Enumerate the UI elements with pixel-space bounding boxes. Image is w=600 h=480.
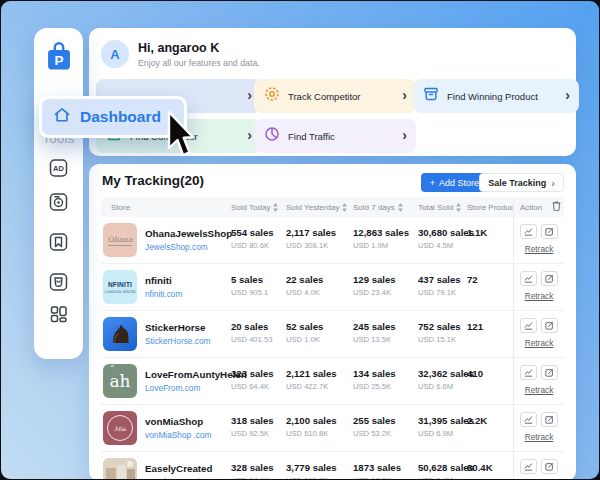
retrack-link[interactable]: Retrack <box>525 244 554 254</box>
chevron-right-icon: › <box>247 127 252 143</box>
store-domain-link[interactable]: EaselyCreated .com <box>145 477 220 479</box>
column-header-action: Action <box>513 197 564 217</box>
store-name: vonMiaShop <box>145 416 211 427</box>
table-row: Mia vonMiaShop vonMiaShop .com 318 sales… <box>101 405 564 452</box>
edit-button[interactable] <box>541 412 558 427</box>
product-scope-icon[interactable] <box>48 191 69 212</box>
column-header-sold-7-days[interactable]: Sold 7 days <box>353 203 418 212</box>
store-domain-link[interactable]: StickerHorse.com <box>145 336 210 346</box>
sort-icon[interactable] <box>398 203 403 212</box>
chevron-right-icon: › <box>565 87 570 103</box>
sort-icon[interactable] <box>456 203 461 212</box>
analytics-button[interactable] <box>520 459 537 474</box>
store-avatar: NFINITIcustom shirts <box>103 270 137 304</box>
dashboard-pill[interactable]: Dashboard <box>42 99 184 135</box>
table-row: Ohana OhanaJewelsShop JewelsShop.com 554… <box>101 217 564 264</box>
table-body: Ohana OhanaJewelsShop JewelsShop.com 554… <box>101 217 564 479</box>
store-name: nfiniti <box>145 275 182 286</box>
chevron-right-icon: › <box>402 87 407 103</box>
svg-text:P: P <box>54 53 63 68</box>
saved-book-icon[interactable] <box>48 231 69 252</box>
add-store-button[interactable]: + Add Store <box>421 173 488 192</box>
edit-button[interactable] <box>541 271 558 286</box>
table-row: StickerHorse StickerHorse.com 20 salesUS… <box>101 311 564 358</box>
analytics-button[interactable] <box>520 271 537 286</box>
store-products-count: 1.1K <box>467 217 513 263</box>
store-products-count: 80.4K <box>467 452 513 479</box>
greeting-subtitle: Enjoy all our features and data. <box>138 58 260 68</box>
store-avatar: Mia <box>103 411 137 445</box>
edit-button[interactable] <box>541 318 558 333</box>
retrack-link[interactable]: Retrack <box>525 385 554 395</box>
apps-grid-icon[interactable] <box>48 303 69 324</box>
table-row: ah LoveFromAuntyHelen LoveFrom.com 323 s… <box>101 358 564 405</box>
trash-icon[interactable] <box>552 201 561 213</box>
retrack-link[interactable]: Retrack <box>525 338 554 348</box>
store-products-count: 72 <box>467 264 513 310</box>
mouse-cursor <box>165 110 195 166</box>
sort-icon[interactable] <box>342 203 347 212</box>
feature-card-label: Find Traffic <box>288 131 335 142</box>
store-name: OhanaJewelsShop <box>145 228 232 239</box>
feature-card-label: Find Winning Product <box>447 91 538 102</box>
column-header-store[interactable]: Store <box>101 203 231 212</box>
table-row: EaselyCreated EaselyCreated .com 328 sal… <box>101 452 564 479</box>
sale-tracking-button[interactable]: Sale Tracking › <box>479 173 564 192</box>
app-logo-icon: P <box>45 41 73 76</box>
user-avatar[interactable]: A <box>101 40 129 68</box>
edit-button[interactable] <box>541 365 558 380</box>
store-domain-link[interactable]: vonMiaShop .com <box>145 430 211 440</box>
store-name: EaselyCreated <box>145 463 220 474</box>
store-products-count: 2.2K <box>467 405 513 451</box>
column-header-total-sold[interactable]: Total Sold <box>418 203 467 212</box>
home-icon <box>53 107 71 127</box>
store-avatar <box>103 458 137 479</box>
feature-card-find-winning-product[interactable]: Find Winning Product › <box>413 79 579 113</box>
store-name: StickerHorse <box>145 322 210 333</box>
store-products-count: 121 <box>467 311 513 357</box>
ad-tool-icon[interactable]: AD <box>48 157 69 178</box>
sidebar: P Tools AD <box>34 28 83 359</box>
edit-button[interactable] <box>541 459 558 474</box>
sort-icon[interactable] <box>273 203 278 212</box>
retrack-link[interactable]: Retrack <box>525 432 554 442</box>
store-domain-link[interactable]: JewelsShop.com <box>145 242 232 252</box>
chevron-right-icon: › <box>247 87 252 103</box>
analytics-button[interactable] <box>520 318 537 333</box>
analytics-button[interactable] <box>520 412 537 427</box>
store-domain-link[interactable]: nfiniti.com <box>145 289 182 299</box>
column-header-store-products[interactable]: Store Products <box>467 203 513 212</box>
store-products-count: 410 <box>467 358 513 404</box>
pie-chart-icon <box>264 126 280 146</box>
app-screen: P Tools AD Dashboard A Hi, angar <box>1 1 599 479</box>
table-header: Store Sold Today Sold Yesterday Sold 7 d… <box>101 197 564 217</box>
store-bag-icon[interactable] <box>48 271 69 292</box>
target-icon <box>264 86 280 106</box>
feature-card-label: Track Competitor <box>288 91 361 102</box>
chevron-right-icon: › <box>551 177 555 189</box>
tracking-title: My Tracking(20) <box>102 173 204 188</box>
store-avatar <box>103 317 137 351</box>
table-row: NFINITIcustom shirts nfiniti nfiniti.com… <box>101 264 564 311</box>
column-header-sold-today[interactable]: Sold Today <box>231 203 286 212</box>
store-avatar: ah <box>103 364 137 398</box>
plus-icon: + <box>430 178 435 188</box>
feature-card-find-traffic[interactable]: Find Traffic › <box>254 119 416 153</box>
dashboard-label: Dashboard <box>80 108 161 126</box>
greeting-text: Hi, angaroo K <box>138 41 219 55</box>
column-header-sold-yesterday[interactable]: Sold Yesterday <box>286 203 353 212</box>
my-tracking-panel: My Tracking(20) + Add Store Sale Trackin… <box>89 164 576 479</box>
svg-text:AD: AD <box>53 164 64 173</box>
edit-button[interactable] <box>541 224 558 239</box>
analytics-button[interactable] <box>520 224 537 239</box>
product-box-icon <box>423 86 439 106</box>
retrack-link[interactable]: Retrack <box>525 291 554 301</box>
chevron-right-icon: › <box>402 127 407 143</box>
store-avatar: Ohana <box>103 223 137 257</box>
feature-card-track-competitor[interactable]: Track Competitor › <box>254 79 416 113</box>
analytics-button[interactable] <box>520 365 537 380</box>
